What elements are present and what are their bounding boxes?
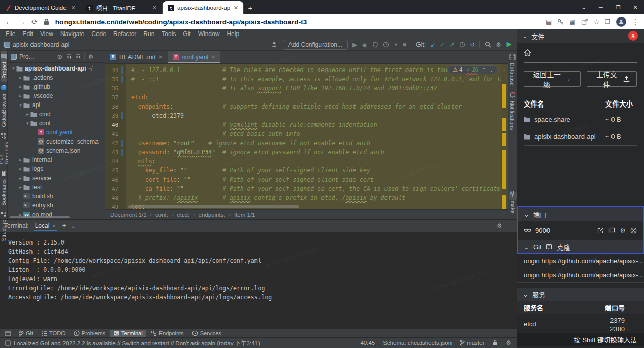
menu-item-edit[interactable]: Edit <box>19 30 37 38</box>
git-push-icon[interactable]: ↗ <box>449 41 455 48</box>
tree-chevron-icon[interactable]: ▸ <box>18 84 23 89</box>
new-tab-button[interactable]: + <box>244 4 257 14</box>
breadcrumb-item[interactable]: etcd: <box>177 212 189 218</box>
tree-chevron-icon[interactable]: ▸ <box>18 93 23 98</box>
tree-item-test[interactable]: ▸test <box>8 183 105 192</box>
history-icon[interactable] <box>459 42 465 48</box>
run-icon[interactable]: ▶ <box>352 41 357 48</box>
menu-item-refactor[interactable]: Refactor <box>110 30 140 38</box>
hide-panel-icon[interactable]: ─ <box>97 53 102 60</box>
editor-tab-readme-md[interactable]: MREADME.md✕ <box>105 51 168 63</box>
git-remote-row-0[interactable]: origin https://github.com/apache/apisix-… <box>517 254 644 268</box>
tree-item-api[interactable]: ▾api <box>8 100 105 110</box>
home-icon[interactable] <box>524 49 531 56</box>
tree-item-cmd[interactable]: ▸cmd <box>8 110 105 119</box>
bookmark-star-icon[interactable]: ☆ <box>593 18 600 26</box>
toolwindow-tab-terminal[interactable]: Terminal <box>110 330 146 337</box>
tree-item-.github[interactable]: ▸.github <box>8 82 105 91</box>
upload-file-button[interactable]: 上传文件 <box>587 71 637 87</box>
breadcrumb-item[interactable]: endpoints: <box>199 212 226 218</box>
close-button[interactable]: ✕ <box>627 4 644 11</box>
url-text[interactable]: hongxi.titanide.cn/ide/web/coding/apisix… <box>55 18 540 26</box>
editor-tab-conf-yaml[interactable]: Yconf.yaml✕ <box>168 51 221 63</box>
run-options-chevron-icon[interactable]: ▼ <box>394 42 398 47</box>
services-section-header[interactable]: ⌄ 服务 <box>517 288 644 301</box>
menu-item-help[interactable]: Help <box>223 30 243 38</box>
prev-warning-icon[interactable]: ⌃ <box>482 67 486 73</box>
indexing-gear-icon[interactable]: ⚙ <box>506 339 511 346</box>
toolwindow-tab-todo[interactable]: TODO <box>38 330 69 337</box>
stripe-item-project[interactable]: Project <box>1 51 7 82</box>
tree-item-apisix-dashboard-api[interactable]: ▾apisix-dashboard-api ~/ <box>8 64 105 73</box>
file-row-apisix-dashboard-api[interactable]: apisix-dashboard-api~ 0 B <box>524 128 637 146</box>
panel-settings-icon[interactable]: ⚙ <box>88 53 94 60</box>
browser-menu-icon[interactable]: ⋮ <box>632 18 639 26</box>
debug-icon[interactable] <box>362 42 368 48</box>
profiler-icon[interactable] <box>383 42 389 48</box>
tree-item-.actions[interactable]: ▸.actions <box>8 73 105 82</box>
copy-icon[interactable] <box>608 227 615 234</box>
new-terminal-icon[interactable]: + <box>62 222 66 229</box>
tree-item-conf[interactable]: ▾conf <box>8 119 105 128</box>
expand-all-icon[interactable] <box>66 54 72 59</box>
tab-close-icon[interactable]: ✕ <box>158 54 163 60</box>
tree-item-entry.sh[interactable]: >_entry.sh <box>8 201 105 210</box>
port-settings-icon[interactable]: ⚙ <box>620 227 626 234</box>
tree-chevron-icon[interactable]: ▾ <box>25 121 30 126</box>
stripe-item-database[interactable]: Database <box>509 51 516 89</box>
menu-item-code[interactable]: Code <box>88 30 110 38</box>
toolwindow-tab-problems[interactable]: Problems <box>70 330 109 337</box>
editor-scroll-marks[interactable] <box>501 64 508 209</box>
terminal-hide-icon[interactable]: ─ <box>508 222 512 229</box>
next-warning-icon[interactable]: ⌄ <box>489 67 493 73</box>
toolwindow-tab-git[interactable]: Git <box>15 330 37 337</box>
inspections-widget[interactable]: ⚠ 4 ✓ 26 ⌃ ⌄ <box>448 65 498 74</box>
caret-position[interactable]: 40:45 <box>360 340 375 346</box>
share-icon[interactable] <box>581 19 588 25</box>
breadcrumb-item[interactable]: Document 1/1 <box>110 212 147 218</box>
user-badge[interactable]: a <box>628 31 638 41</box>
tree-item-internal[interactable]: ▸internal <box>8 155 105 164</box>
editor-options-icon[interactable]: ⋮ <box>501 65 507 72</box>
tree-item-service[interactable]: ▸service <box>8 173 105 183</box>
coverage-icon[interactable] <box>372 42 378 48</box>
ports-section-header[interactable]: ⌄ 端口 <box>518 207 643 221</box>
tree-hscrollbar[interactable] <box>10 216 70 218</box>
stop-icon[interactable]: ■ <box>403 41 406 48</box>
reader-mode-icon[interactable]: ▤ <box>546 18 552 25</box>
schema-selector[interactable]: Schema: cheatsheets.json <box>383 340 452 346</box>
tool-window-switcher-icon[interactable] <box>5 331 11 336</box>
menu-item-window[interactable]: Window <box>195 30 223 38</box>
tree-item-logs[interactable]: ▸logs <box>8 164 105 173</box>
open-in-browser-icon[interactable] <box>597 227 604 234</box>
tree-chevron-icon[interactable]: ▸ <box>18 166 23 171</box>
tree-item-customize-schema[interactable]: {}customize_schema <box>8 137 105 146</box>
back-up-level-button[interactable]: 返回上一级← <box>524 71 581 87</box>
menu-item-run[interactable]: Run <box>140 30 158 38</box>
menu-item-file[interactable]: File <box>2 30 19 38</box>
browser-tab-0[interactable]: Development Guide | Apache✕ <box>0 1 81 14</box>
tab-close-icon[interactable]: ✕ <box>70 5 77 11</box>
menu-item-git[interactable]: Git <box>179 30 194 38</box>
stripe-item-make[interactable]: Mmake <box>508 191 517 216</box>
tree-item-conf.yaml[interactable]: Yconf.yaml <box>8 128 105 137</box>
git-branch-widget[interactable]: master <box>460 340 485 346</box>
tree-chevron-icon[interactable]: ▾ <box>18 102 23 108</box>
stripe-item-notifications[interactable]: Notifications <box>509 89 516 133</box>
terminal-output[interactable]: Version : 2.15.0GitHash : c1cf4d4Config … <box>0 232 517 329</box>
menu-item-view[interactable]: View <box>37 30 57 38</box>
tree-chevron-icon[interactable]: ▸ <box>18 75 23 80</box>
toolwindow-tab-endpoints[interactable]: Endpoints <box>147 330 187 337</box>
tree-chevron-icon[interactable]: ▸ <box>18 157 23 162</box>
git-remote-row-1[interactable]: origin https://github.com/apache/apisix-… <box>517 268 644 283</box>
collapse-all-icon[interactable] <box>75 54 81 59</box>
tree-chevron-icon[interactable]: ▸ <box>18 185 23 190</box>
locate-file-icon[interactable]: ⊕ <box>57 53 62 60</box>
project-chip[interactable]: apisix-dashboard-api <box>4 41 69 48</box>
key-icon[interactable] <box>557 19 564 25</box>
browser-tab-2[interactable]: tapisix-dashboard-api - TitanID✕ <box>163 1 244 14</box>
settings-gear-icon[interactable]: ⚙ <box>496 41 501 48</box>
terminal-dropdown-icon[interactable]: ⌄ <box>71 223 75 229</box>
tree-chevron-icon[interactable]: ▸ <box>25 112 30 117</box>
git-update-icon[interactable]: ↙ <box>430 41 435 48</box>
